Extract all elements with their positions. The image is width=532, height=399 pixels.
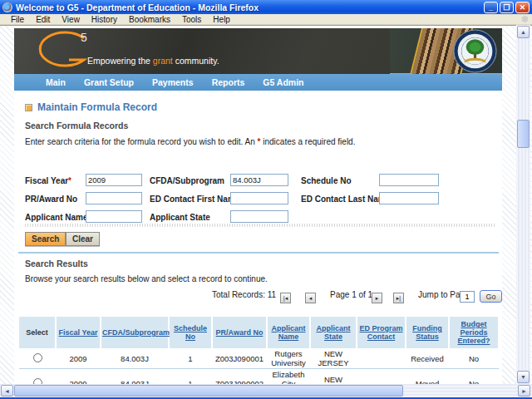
results-header-row: SelectFiscal YearCFDA/SubprogramSchedule…: [19, 317, 499, 348]
prev-page-button[interactable]: ◂: [305, 293, 316, 303]
cfda-subprogram-input[interactable]: [230, 174, 288, 186]
table-cell: 1: [169, 348, 212, 369]
applicant-state-label: Applicant State: [150, 213, 210, 222]
table-cell: [357, 369, 406, 385]
ed-contact-first-name-input[interactable]: [230, 192, 288, 204]
table-cell: 1: [169, 369, 212, 385]
pr-award-no-input[interactable]: [86, 192, 142, 204]
table-cell: 84.003J: [101, 369, 169, 385]
table-cell: NEW JERSEY: [310, 369, 357, 385]
table-cell: Moved: [406, 369, 449, 385]
page-content: 5 Empowering the grant community. MainGr…: [14, 26, 502, 384]
menu-item-file[interactable]: File: [5, 15, 30, 24]
column-header-cfda-subprogram[interactable]: CFDA/Subprogram: [101, 317, 169, 348]
table-row: 200984.003J1Z003J090001Rutgers Universit…: [19, 348, 499, 369]
title-bar: Welcome to G5 - Department of Education …: [0, 0, 532, 14]
nav-item-g5-admin[interactable]: G5 Admin: [263, 77, 322, 87]
applicant-name-input[interactable]: [86, 210, 142, 223]
menu-item-tools[interactable]: Tools: [176, 15, 207, 24]
results-table: SelectFiscal YearCFDA/SubprogramSchedule…: [19, 317, 500, 384]
clear-button[interactable]: Clear: [66, 232, 100, 246]
column-header-budget-periods-entered-[interactable]: Budget Periods Entered?: [449, 317, 499, 348]
schedule-no-label: Schedule No: [301, 176, 352, 185]
cfda-subprogram-label: CFDA/Subprogram: [150, 176, 224, 185]
table-cell: Z003J090001: [212, 348, 267, 369]
banner-photo: [390, 28, 502, 74]
scroll-down-icon[interactable]: ▼: [517, 371, 530, 383]
table-cell: NEW JERSEY: [310, 348, 357, 369]
select-cell: [19, 348, 56, 369]
table-cell: Elizabeth City College: [267, 369, 310, 385]
minimize-button[interactable]: _: [484, 2, 498, 13]
vertical-scrollbar[interactable]: ▲ ▼: [516, 25, 530, 384]
select-cell: [19, 369, 56, 385]
restore-button[interactable]: ❐: [500, 2, 514, 13]
table-cell: Rutgers University: [267, 348, 310, 369]
g5-logo: 5: [32, 30, 99, 73]
results-instruction: Browse your search results below and sel…: [25, 274, 268, 283]
g5-banner: 5 Empowering the grant community.: [14, 28, 502, 74]
column-header-funding-status[interactable]: Funding Status: [406, 317, 449, 348]
menu-item-edit[interactable]: Edit: [30, 15, 56, 24]
fiscal-year-input[interactable]: [86, 174, 142, 186]
results-tbody: 200984.003J1Z003J090001Rutgers Universit…: [19, 348, 499, 384]
scroll-right-icon[interactable]: ►: [518, 385, 530, 397]
horizontal-scroll-thumb[interactable]: [14, 385, 403, 397]
page-title-icon: [25, 104, 32, 111]
fiscal-year-label: Fiscal Year*: [25, 176, 71, 185]
page-body: Maintain Formula Record Search Formula R…: [14, 91, 502, 384]
ed-contact-first-name-label: ED Contact First Name: [150, 195, 239, 204]
throbber-icon: ✽: [521, 14, 529, 25]
menu-item-bookmarks[interactable]: Bookmarks: [123, 15, 176, 24]
table-cell: 2009: [56, 348, 101, 369]
table-cell: Z003J090002: [212, 369, 267, 385]
close-button[interactable]: ✕: [515, 2, 530, 13]
menu-item-help[interactable]: Help: [207, 15, 236, 24]
firefox-icon: [2, 2, 12, 12]
vertical-scroll-thumb[interactable]: [517, 120, 530, 148]
next-page-button[interactable]: ▸: [372, 293, 382, 303]
jump-to-page-input[interactable]: [460, 291, 475, 303]
table-cell: 84.003J: [101, 348, 169, 369]
last-page-button[interactable]: ▸|: [393, 293, 404, 303]
table-cell: 2009: [56, 369, 101, 385]
pr-award-no-label: PR/Award No: [25, 195, 77, 204]
applicant-state-input[interactable]: [230, 210, 288, 223]
table-cell: No: [449, 369, 499, 385]
schedule-no-input[interactable]: [379, 174, 439, 186]
column-header-schedule-no[interactable]: Schedule No: [169, 317, 212, 348]
first-page-button[interactable]: |◂: [280, 293, 291, 303]
search-button[interactable]: Search: [25, 232, 66, 246]
scroll-up-icon[interactable]: ▲: [517, 26, 530, 38]
menu-bar: FileEditViewHistoryBookmarksToolsHelp✽: [0, 14, 532, 25]
column-header-pr-award-no[interactable]: PR/Award No: [212, 317, 267, 348]
menu-item-view[interactable]: View: [56, 15, 86, 24]
horizontal-scrollbar[interactable]: ◄ ►: [0, 384, 532, 397]
page-title: Maintain Formula Record: [37, 101, 157, 113]
page-indicator: Page 1 of 1: [330, 290, 372, 299]
results-section-heading: Search Results: [25, 259, 88, 268]
banner-tagline: Empowering the grant community.: [87, 56, 219, 66]
main-nav: MainGrant SetupPaymentsReportsG5 Admin: [14, 74, 502, 91]
column-header-applicant-state[interactable]: Applicant State: [310, 317, 357, 348]
select-radio[interactable]: [33, 378, 42, 384]
go-button[interactable]: Go: [480, 290, 502, 303]
ed-contact-last-name-input[interactable]: [379, 192, 439, 204]
nav-item-main[interactable]: Main: [14, 77, 84, 87]
window-title: Welcome to G5 - Department of Education …: [16, 2, 480, 12]
ed-contact-last-name-label: ED Contact Last Name: [301, 195, 390, 204]
section-divider: [25, 224, 495, 227]
column-header-fiscal-year[interactable]: Fiscal Year: [56, 317, 101, 348]
scroll-left-icon[interactable]: ◄: [1, 385, 13, 397]
select-radio[interactable]: [33, 353, 42, 362]
nav-item-grant-setup[interactable]: Grant Setup: [84, 77, 152, 87]
table-cell: Received: [406, 348, 449, 369]
total-records: Total Records: 11: [212, 290, 276, 299]
column-header-ed-program-contact[interactable]: ED Program Contact: [357, 317, 406, 348]
nav-item-reports[interactable]: Reports: [212, 77, 264, 87]
search-section-heading: Search Formula Records: [25, 121, 128, 131]
menu-item-history[interactable]: History: [86, 15, 123, 24]
column-header-applicant-name[interactable]: Applicant Name: [267, 317, 310, 348]
department-of-education-seal: [453, 29, 497, 73]
nav-item-payments[interactable]: Payments: [152, 77, 212, 87]
